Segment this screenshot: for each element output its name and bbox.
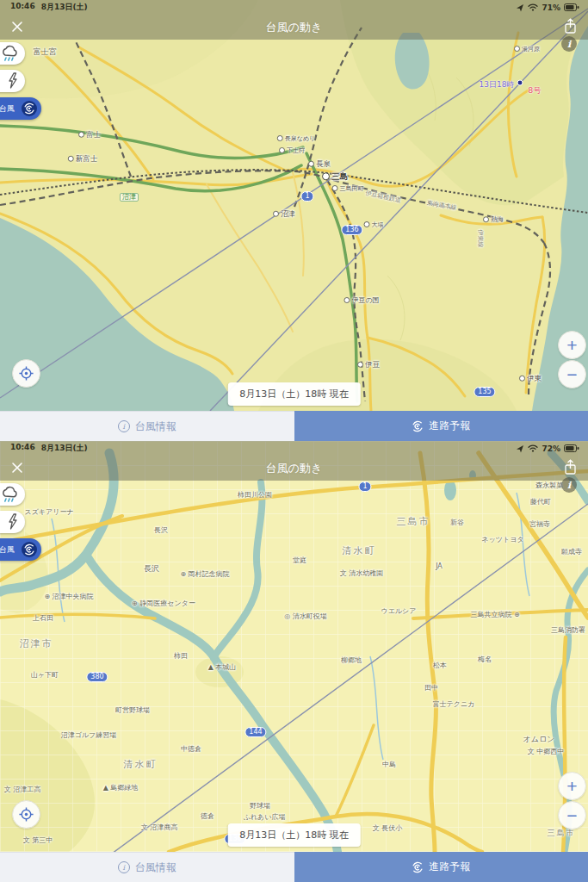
tab-typhoon-info-label: 台風情報: [135, 419, 176, 434]
status-date: 8月13日(土): [41, 2, 88, 13]
typhoon-button-label: 台風: [0, 544, 15, 556]
zoom-in-button[interactable]: +: [558, 331, 586, 359]
bottom-tab-bar: i 台風情報 進路予報: [0, 852, 588, 882]
typhoon-icon: [412, 420, 424, 432]
current-location-button[interactable]: [12, 800, 40, 829]
info-icon: i: [567, 39, 571, 50]
map-info-button[interactable]: i: [561, 477, 577, 493]
typhoon-mode-button[interactable]: 台風: [0, 538, 41, 561]
status-time: 10:46: [10, 443, 35, 454]
close-button[interactable]: [10, 461, 24, 475]
typhoon-marker-number: 8号: [528, 85, 542, 96]
status-bar: 10:46 8月13日(土) 71%: [0, 0, 588, 14]
close-icon: [10, 20, 24, 34]
current-time-chip: 8月13日（土）18時 現在: [227, 823, 361, 847]
lightning-button[interactable]: [0, 70, 25, 92]
tab-course-forecast-label: 進路予報: [429, 860, 470, 874]
typhoon-button-label: 台風: [0, 103, 15, 115]
zoom-out-button[interactable]: −: [558, 801, 586, 829]
tab-typhoon-info[interactable]: i 台風情報: [0, 852, 294, 882]
info-circle-icon: i: [118, 861, 130, 873]
map-info-button[interactable]: i: [561, 36, 577, 52]
current-location-button[interactable]: [12, 359, 40, 388]
header: 10:46 8月13日(土) 71% 台風の動き: [0, 0, 588, 40]
typhoon-mode-button[interactable]: 台風: [0, 97, 41, 120]
locate-icon: [18, 365, 34, 382]
zoom-in-button[interactable]: +: [558, 772, 586, 800]
page-title: 台風の動き: [266, 20, 323, 35]
tab-course-forecast[interactable]: 進路予報: [294, 411, 588, 441]
battery-percent: 72%: [542, 444, 560, 453]
app-screen: 富士宮富士新富士長泉なめり下土狩長泉三島三島田町沼津大場伊豆箱根鉄道東海道本線熱…: [0, 0, 588, 882]
info-icon: i: [567, 480, 571, 491]
tab-course-forecast-label: 進路予報: [429, 419, 470, 433]
location-arrow-icon: [516, 3, 524, 12]
typhoon-icon: [412, 861, 424, 873]
bottom-tab-bar: i 台風情報 進路予報: [0, 411, 588, 441]
panel-wide-map: 富士宮富士新富士長泉なめり下土狩長泉三島三島田町沼津大場伊豆箱根鉄道東海道本線熱…: [0, 0, 588, 441]
share-icon: [564, 459, 577, 475]
page-title: 台風の動き: [266, 461, 323, 476]
share-button[interactable]: [564, 18, 577, 34]
nav-bar: 台風の動き: [0, 455, 588, 481]
locate-icon: [18, 806, 34, 823]
wifi-icon: [528, 3, 538, 11]
lightning-icon: [7, 72, 19, 90]
wifi-icon: [528, 444, 538, 452]
battery-icon: [564, 444, 579, 452]
battery-icon: [564, 3, 579, 11]
typhoon-position-dot: [517, 80, 523, 85]
typhoon-icon: [22, 542, 37, 557]
location-arrow-icon: [516, 444, 524, 453]
tab-typhoon-info-label: 台風情報: [135, 860, 176, 875]
header: 10:46 8月13日(土) 72% 台風の動き: [0, 441, 588, 481]
tab-typhoon-info[interactable]: i 台風情報: [0, 411, 294, 441]
typhoon-icon: [22, 101, 37, 116]
map-canvas-detail[interactable]: [0, 441, 588, 853]
rain-radar-button[interactable]: [0, 483, 25, 506]
status-date: 8月13日(土): [41, 443, 88, 454]
lightning-icon: [7, 513, 19, 531]
lightning-button[interactable]: [0, 511, 25, 533]
rain-cloud-icon: [0, 45, 19, 62]
status-bar: 10:46 8月13日(土) 72%: [0, 441, 588, 455]
zoom-out-button[interactable]: −: [558, 360, 586, 388]
panel-detail-map: スズキアリーナ柿田川公園森永製菓三島市新谷藤代町宮福寺ネッツトヨタ願成寺長沢長沢…: [0, 441, 588, 882]
nav-bar: 台風の動き: [0, 14, 588, 40]
status-time: 10:46: [10, 2, 35, 13]
current-time-chip: 8月13日（土）18時 現在: [227, 382, 361, 406]
battery-percent: 71%: [542, 3, 560, 12]
rain-cloud-icon: [0, 486, 19, 503]
map-canvas-wide[interactable]: [0, 0, 588, 412]
tab-course-forecast[interactable]: 進路予報: [294, 852, 588, 882]
rain-radar-button[interactable]: [0, 42, 25, 65]
close-icon: [10, 461, 24, 475]
typhoon-marker-time: 13日18時: [480, 79, 515, 90]
info-circle-icon: i: [118, 420, 130, 432]
share-button[interactable]: [564, 459, 577, 475]
share-icon: [564, 18, 577, 34]
close-button[interactable]: [10, 20, 24, 34]
